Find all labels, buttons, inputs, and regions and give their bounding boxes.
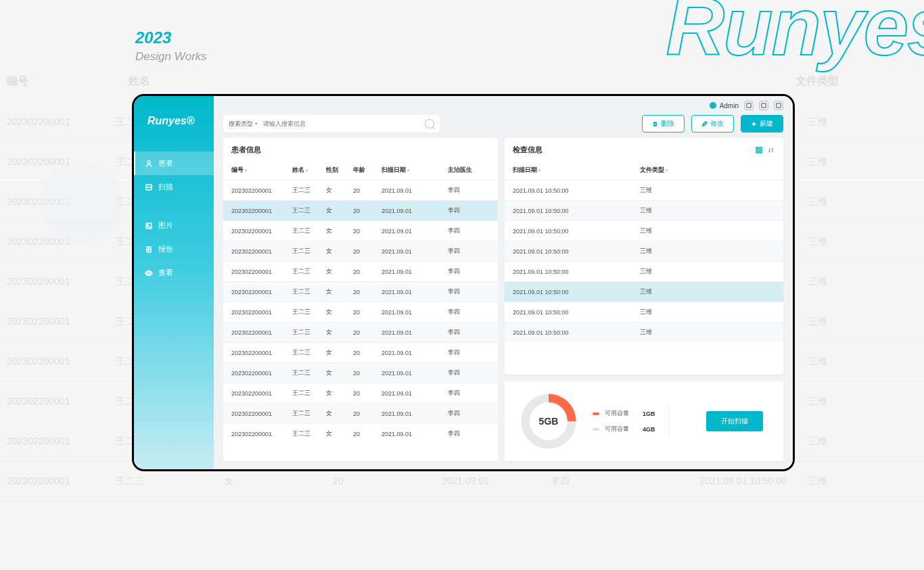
search-icon[interactable] [425, 119, 434, 128]
patient-row[interactable]: 202302200001王二三女202021.09.01李四 [223, 342, 498, 362]
patient-row[interactable]: 202302200001王二三女202021.09.01李四 [223, 220, 498, 241]
patient-table-header: 编号▾ 姓名▾ 性别 年龄 扫描日期▾ 主治医生 [223, 160, 498, 180]
exam-row[interactable]: 2021.09.01 10:50:00三维 [505, 281, 783, 302]
patient-row[interactable]: 202302200001王二三女202021.09.01李四 [223, 200, 498, 220]
patient-row[interactable]: 202302200001王二三女202021.09.01李四 [223, 362, 498, 383]
svg-point-5 [147, 272, 150, 275]
storage-donut-chart: 5GB [518, 391, 579, 452]
delete-button[interactable]: 删除 [642, 115, 685, 133]
user-badge[interactable]: Admin [710, 102, 739, 110]
svg-rect-12 [760, 151, 762, 153]
main-area: Admin 搜索类型 删除 修改 新建 患者信息 编号▾ 姓名▾ [214, 96, 793, 469]
search-type-dropdown[interactable]: 搜索类型 [229, 120, 258, 128]
patient-table-body: 202302200001王二三女202021.09.01李四2023022000… [223, 180, 498, 461]
exam-row[interactable]: 2021.09.01 10:50:00三维 [505, 322, 783, 342]
user-icon [710, 102, 716, 109]
nav-label: 扫描 [158, 182, 173, 192]
nav-label: 患者 [158, 158, 173, 168]
svg-point-0 [147, 161, 150, 164]
patient-row[interactable]: 202302200001王二三女202021.09.01李四 [223, 302, 498, 322]
donut-center-label: 5GB [518, 391, 579, 452]
patient-panel: 患者信息 编号▾ 姓名▾ 性别 年龄 扫描日期▾ 主治医生 2023022000… [223, 138, 498, 461]
patient-row[interactable]: 202302200001王二三女202021.09.01李四 [223, 322, 498, 342]
user-name: Admin [720, 102, 739, 110]
sidebar-item-view[interactable]: 查看 [134, 261, 214, 285]
patient-row[interactable]: 202302200001王二三女202021.09.01李四 [223, 383, 498, 403]
svg-point-3 [147, 224, 149, 225]
patient-panel-title: 患者信息 [223, 138, 498, 160]
svg-rect-10 [760, 147, 762, 149]
storage-panel: 5GB 可用容量1GB可用容量4GB 开始扫描 [505, 381, 783, 461]
header-bar: Admin [214, 96, 793, 115]
new-button[interactable]: 新建 [741, 115, 783, 133]
search-box: 搜索类型 [223, 115, 440, 133]
exam-row[interactable]: 2021.09.01 10:50:00三维 [505, 220, 783, 241]
sidebar: Runyes® 患者扫描图片报告查看 [134, 96, 214, 469]
exam-row[interactable]: 2021.09.01 10:50:00三维 [505, 241, 783, 261]
exam-panel: 检查信息 扫描日期▾ 文件类型▾ 2021.09.01 10:50:00三维20… [505, 138, 783, 375]
svg-rect-7 [762, 103, 766, 108]
toolbar: 搜索类型 删除 修改 新建 [214, 115, 793, 133]
start-scan-button[interactable]: 开始扫描 [706, 411, 763, 431]
nav-label: 报告 [158, 244, 173, 254]
patient-row[interactable]: 202302200001王二三女202021.09.01李四 [223, 403, 498, 423]
header-icon-3[interactable] [774, 101, 783, 110]
user-icon [145, 160, 153, 168]
patient-row[interactable]: 202302200001王二三女202021.09.01李四 [223, 241, 498, 261]
patient-row[interactable]: 202302200001王二三女202021.09.01李四 [223, 261, 498, 281]
exam-row[interactable]: 2021.09.01 10:50:00三维 [505, 302, 783, 322]
svg-rect-11 [756, 151, 758, 153]
exam-row[interactable]: 2021.09.01 10:50:00三维 [505, 200, 783, 220]
content-area: 患者信息 编号▾ 姓名▾ 性别 年龄 扫描日期▾ 主治医生 2023022000… [214, 138, 793, 469]
legend-item: 可用容量1GB [593, 409, 655, 418]
exam-table-header: 扫描日期▾ 文件类型▾ [505, 160, 783, 180]
patient-row[interactable]: 202302200001王二三女202021.09.01李四 [223, 423, 498, 444]
svg-rect-9 [756, 147, 758, 149]
storage-legend: 可用容量1GB可用容量4GB [593, 409, 655, 433]
sidebar-item-scan[interactable]: 扫描 [134, 175, 214, 199]
view-icon [145, 269, 153, 277]
header-icon-2[interactable] [759, 101, 768, 110]
sidebar-item-user[interactable]: 患者 [134, 151, 214, 175]
legend-item: 可用容量4GB [593, 425, 655, 433]
exam-table-body: 2021.09.01 10:50:00三维2021.09.01 10:50:00… [505, 180, 783, 375]
sidebar-item-image[interactable]: 图片 [134, 214, 214, 237]
report-icon [145, 245, 153, 254]
nav-label: 查看 [158, 268, 173, 278]
search-input[interactable] [263, 120, 419, 127]
sidebar-item-report[interactable]: 报告 [134, 237, 214, 261]
image-icon [145, 222, 153, 230]
sort-icon[interactable] [767, 146, 775, 154]
scan-icon [145, 183, 153, 191]
year-label: 2023 [135, 28, 207, 47]
nav-label: 图片 [158, 220, 173, 231]
exam-row[interactable]: 2021.09.01 10:50:00三维 [505, 261, 783, 281]
header-icon-1[interactable] [744, 101, 754, 110]
patient-row[interactable]: 202302200001王二三女202021.09.01李四 [223, 281, 498, 302]
patient-row[interactable]: 202302200001王二三女202021.09.01李四 [223, 180, 498, 200]
svg-rect-8 [777, 103, 781, 108]
modify-button[interactable]: 修改 [691, 115, 734, 133]
exam-row[interactable]: 2021.09.01 10:50:00三维 [505, 180, 783, 200]
logo: Runyes® [134, 115, 214, 127]
grid-view-icon[interactable] [755, 146, 763, 154]
exam-panel-title: 检查信息 [505, 138, 783, 160]
app-frame: Runyes® 患者扫描图片报告查看 Admin 搜索类型 删除 修改 新建 [132, 94, 795, 471]
svg-rect-6 [747, 103, 751, 108]
